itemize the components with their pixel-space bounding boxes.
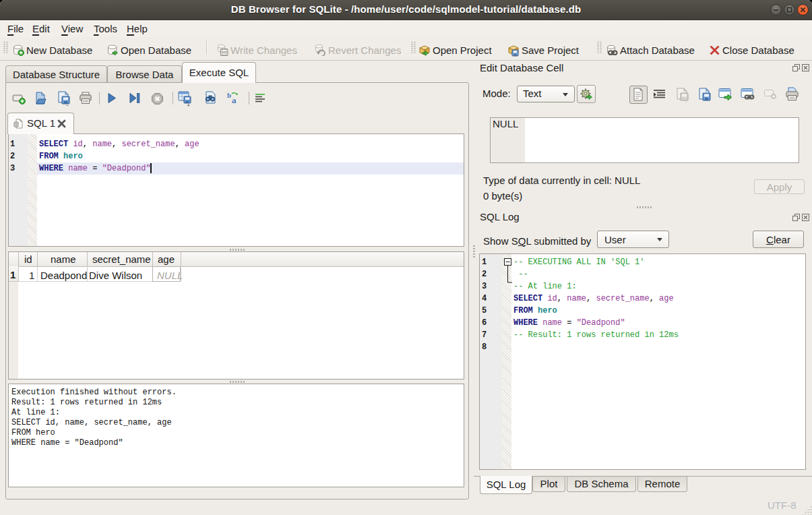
- svg-text:b: b: [227, 92, 231, 99]
- svg-text:a: a: [232, 95, 237, 105]
